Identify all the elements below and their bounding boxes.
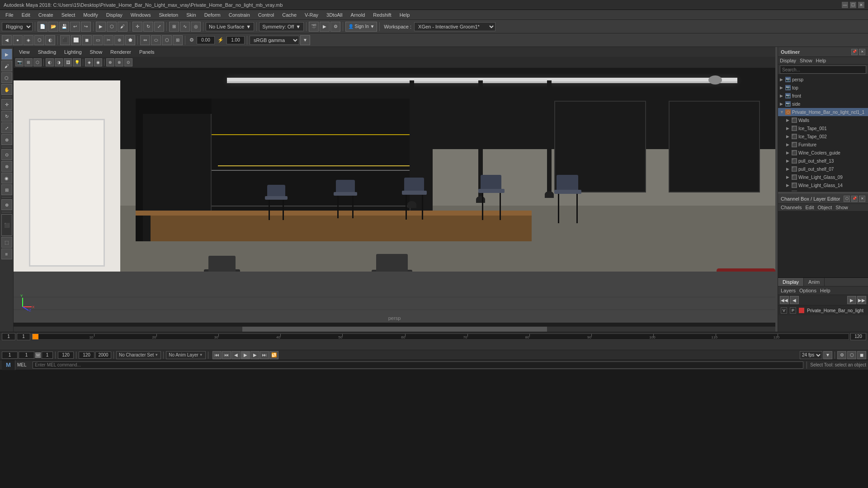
viewport-btn2[interactable]: ⬚	[1, 237, 12, 248]
ipr-btn[interactable]: ▶	[320, 22, 330, 32]
pb-start-frame[interactable]	[2, 352, 18, 359]
vp-view-menu[interactable]: View	[15, 48, 33, 56]
menu-constrain[interactable]: Constrain	[225, 11, 254, 19]
menu-help[interactable]: Help	[396, 11, 414, 19]
layers-menu[interactable]: Layers	[781, 288, 796, 293]
vp-grid-btn[interactable]: ⊞	[24, 58, 33, 66]
tree-item-main-group[interactable]: ▼ ⬡ Private_Home_Bar_no_light_ncl1_1	[778, 108, 868, 116]
snap-point-btn[interactable]: ◎	[191, 22, 201, 32]
outliner-show-menu[interactable]: Show	[800, 58, 812, 63]
menu-control[interactable]: Control	[255, 11, 278, 19]
cb-channels-menu[interactable]: Channels	[781, 205, 802, 210]
cb-edit-menu[interactable]: Edit	[805, 205, 814, 210]
vp-xray-btn[interactable]: ⊗	[115, 58, 123, 66]
no-live-surface[interactable]: No Live Surface ▼	[206, 22, 254, 31]
menu-3dtoall[interactable]: 3DtoAll	[323, 11, 346, 19]
tree-item-wine-coolers[interactable]: ▶ ⬛ Wine_Coolers_guide	[778, 149, 868, 157]
menu-windows[interactable]: Windows	[127, 11, 155, 19]
loop-edge-btn[interactable]: ▭	[93, 35, 103, 45]
connect-btn[interactable]: ⊕	[114, 35, 124, 45]
render-btn[interactable]: 🎬	[309, 22, 319, 32]
soft-select-btn[interactable]: ◐	[45, 35, 55, 45]
show-manipulator-btn[interactable]: ⊕	[1, 199, 12, 210]
layer-nav-last[interactable]: ▶▶	[857, 296, 866, 304]
paint-select-btn[interactable]: 🖌	[1, 61, 12, 71]
pb-frame-num[interactable]	[42, 352, 53, 359]
select-hierarchy-btn[interactable]: ◀	[2, 35, 12, 45]
lasso-select-btn[interactable]: ⬡	[1, 72, 12, 83]
play-back-btn[interactable]: ◀	[231, 351, 241, 359]
outliner-close-btn[interactable]: ✕	[859, 49, 865, 55]
tree-item-shelf07[interactable]: ▶ ⬛ pull_out_shelf_07	[778, 165, 868, 173]
layer-btn[interactable]: ≡	[1, 249, 12, 259]
command-input[interactable]	[33, 361, 803, 369]
vp-ao-btn[interactable]: ◉	[94, 58, 102, 66]
menu-vray[interactable]: V-Ray	[301, 11, 322, 19]
workspace-dropdown[interactable]: XGen - Interactive Groom1*	[414, 22, 495, 31]
select-btn[interactable]: ▶	[1, 49, 12, 60]
gamma-settings-btn[interactable]: ▼	[300, 35, 310, 45]
channel-box-pin-btn[interactable]: 📌	[851, 196, 858, 202]
anim-layer-dropdown[interactable]: No Anim Layer ▼	[166, 351, 206, 359]
tree-item-wlg09[interactable]: ▶ ⬛ Wine_Light_Glass_09	[778, 173, 868, 181]
tree-item-top[interactable]: ▶ 📷 top	[778, 84, 868, 92]
joint-tool-btn[interactable]: ⊙	[1, 149, 12, 160]
module-dropdown[interactable]: Rigging	[2, 22, 33, 31]
menu-skin[interactable]: Skin	[183, 11, 199, 19]
lattice-btn[interactable]: ⊞	[1, 184, 12, 195]
viewport[interactable]: View Shading Lighting Show Renderer Pane…	[14, 47, 775, 332]
gamma-select[interactable]: sRGB gamma	[250, 36, 299, 45]
channel-box-close-btn[interactable]: ✕	[859, 196, 865, 202]
outliner-pin-btn[interactable]: 📌	[851, 49, 858, 55]
frame-start-input[interactable]	[2, 333, 15, 340]
anim-tab[interactable]: Anim	[804, 278, 825, 286]
lt-move-btn[interactable]: ✛	[1, 99, 12, 110]
options-menu[interactable]: Options	[799, 288, 816, 293]
play-fwd-btn[interactable]: ▶	[241, 351, 250, 359]
retopo-btn[interactable]: ⊞	[173, 35, 183, 45]
pb-end-frame[interactable]	[58, 352, 74, 359]
bridge-btn[interactable]: ⬜	[71, 35, 81, 45]
smooth-btn[interactable]: ⬭	[151, 35, 161, 45]
pb-settings-btn3[interactable]: ◼	[857, 351, 866, 359]
help-menu-da[interactable]: Help	[820, 288, 830, 293]
vp-renderer-menu[interactable]: Renderer	[107, 48, 135, 56]
new-file-btn[interactable]: 📄	[38, 22, 47, 32]
menu-cache[interactable]: Cache	[278, 11, 300, 19]
mirror-btn[interactable]: ⇔	[140, 35, 150, 45]
menu-redshift[interactable]: Redshift	[369, 11, 395, 19]
vp-texture-btn[interactable]: 🖼	[64, 58, 72, 66]
tree-item-front[interactable]: ▶ 📷 front	[778, 92, 868, 100]
cb-object-menu[interactable]: Object	[817, 205, 832, 210]
outliner-help-menu[interactable]: Help	[816, 58, 826, 63]
fps-settings-btn[interactable]: ▼	[823, 351, 832, 359]
layer-nav-prev[interactable]: ◀	[790, 296, 799, 304]
pb-current-frame[interactable]	[19, 352, 34, 359]
tree-item-shelf13[interactable]: ▶ ⬛ pull_out_shelf_13	[778, 157, 868, 165]
paint-btn[interactable]: 🖌	[118, 22, 127, 32]
layer-p-btn[interactable]: P	[790, 307, 796, 314]
remesh-btn[interactable]: ⬡	[162, 35, 172, 45]
go-start-btn[interactable]: ⏮	[212, 351, 222, 359]
bevel-btn[interactable]: ◼	[82, 35, 92, 45]
vp-smooth-btn[interactable]: ◐	[46, 58, 54, 66]
select-component-btn[interactable]: ◈	[24, 35, 33, 45]
tree-item-wlg14[interactable]: ▶ ⬛ Wine_Light_Glass_14	[778, 181, 868, 189]
select-tool-btn[interactable]: ▶	[96, 22, 106, 32]
tree-item-winebracet[interactable]: ▶ ⬛ Wine_Bracet	[778, 189, 868, 191]
rotate-btn[interactable]: ↻	[143, 22, 153, 32]
go-end-btn[interactable]: ⏭	[260, 351, 269, 359]
menu-arnold[interactable]: Arnold	[347, 11, 368, 19]
vp-lighting-menu[interactable]: Lighting	[61, 48, 85, 56]
menu-create[interactable]: Create	[35, 11, 57, 19]
close-button[interactable]: ✕	[858, 2, 864, 8]
vp-show-menu[interactable]: Show	[86, 48, 106, 56]
vp-panels-menu[interactable]: Panels	[136, 48, 158, 56]
lt-scale-btn[interactable]: ⤢	[1, 122, 12, 133]
outliner-display-menu[interactable]: Display	[780, 58, 796, 63]
menu-edit[interactable]: Edit	[18, 11, 34, 19]
loop-btn[interactable]: 🔁	[269, 351, 278, 359]
select-object-btn[interactable]: ●	[13, 35, 23, 45]
step-fwd-btn[interactable]: ▶	[250, 351, 259, 359]
redo-btn[interactable]: ↪	[81, 22, 91, 32]
